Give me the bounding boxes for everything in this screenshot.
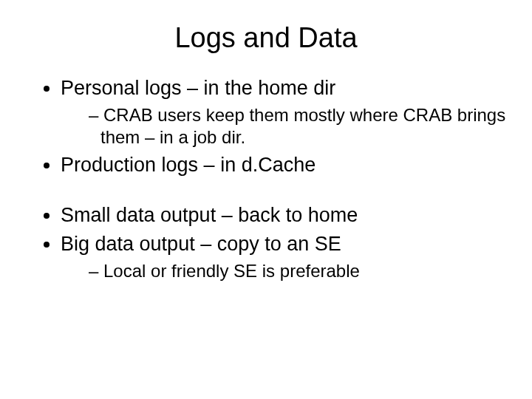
bullet-text: Big data output – copy to an SE [61, 233, 341, 255]
bullet-item: Big data output – copy to an SE Local or… [61, 232, 510, 282]
bullet-text: Production logs – in d.Cache [61, 154, 316, 176]
bullet-item: Personal logs – in the home dir CRAB use… [61, 76, 510, 149]
slide-title: Logs and Data [22, 22, 510, 54]
bullet-list: Small data output – back to home Big dat… [22, 203, 510, 283]
bullet-text: Small data output – back to home [61, 204, 358, 226]
bullet-item: Production logs – in d.Cache [61, 153, 510, 178]
sub-bullet-text: CRAB users keep them mostly where CRAB b… [100, 105, 505, 147]
bullet-list: Personal logs – in the home dir CRAB use… [22, 76, 510, 178]
sub-bullet-item: CRAB users keep them mostly where CRAB b… [89, 104, 510, 149]
sub-bullet-text: Local or friendly SE is preferable [103, 261, 360, 281]
bullet-item: Small data output – back to home [61, 203, 510, 228]
sub-bullet-list: Local or friendly SE is preferable [61, 260, 510, 282]
sub-bullet-list: CRAB users keep them mostly where CRAB b… [61, 104, 510, 149]
sub-bullet-item: Local or friendly SE is preferable [89, 260, 510, 282]
slide: Logs and Data Personal logs – in the hom… [0, 0, 532, 399]
spacer [22, 183, 510, 203]
bullet-text: Personal logs – in the home dir [61, 77, 335, 99]
